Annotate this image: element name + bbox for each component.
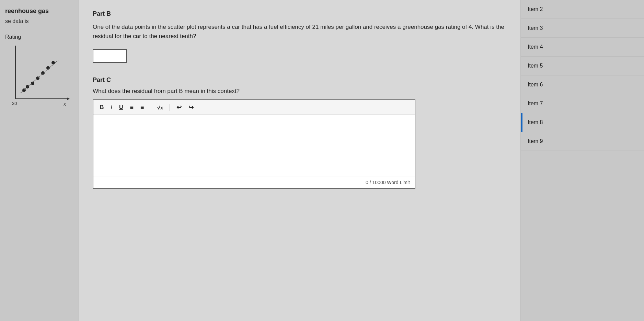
editor-text-area[interactable] [93, 115, 415, 177]
svg-point-9 [51, 61, 55, 64]
scatter-plot: Rating x 30 [5, 34, 73, 112]
underline-button[interactable]: U [117, 104, 125, 111]
sidebar-item-2[interactable]: Item 2 [521, 0, 644, 19]
svg-point-6 [36, 76, 39, 80]
panel-title-line1: reenhouse gas [5, 7, 73, 15]
sidebar-item-3[interactable]: Item 3 [521, 19, 644, 38]
part-b-answer-input[interactable] [93, 49, 127, 63]
editor-footer: 0 / 10000 Word Limit [93, 177, 415, 188]
bold-button[interactable]: B [98, 104, 106, 111]
rating-label: Rating [5, 34, 73, 40]
sidebar-item-8[interactable]: Item 8 [521, 113, 644, 132]
scatter-svg: x 30 [5, 42, 70, 111]
editor-toolbar: B I U ≡ ≡ √x ↩ ↪ [93, 100, 415, 115]
sqrt-button[interactable]: √x [156, 104, 165, 111]
undo-button[interactable]: ↩ [175, 103, 183, 112]
part-c-label: Part C [93, 76, 507, 84]
main-content: Part B One of the data points in the sca… [79, 0, 520, 321]
redo-button[interactable]: ↪ [187, 103, 195, 112]
panel-title-line2: se data is [5, 18, 73, 24]
italic-button[interactable]: I [109, 104, 114, 111]
toolbar-separator [151, 104, 151, 111]
svg-text:x: x [64, 101, 66, 107]
sidebar-item-4[interactable]: Item 4 [521, 38, 644, 57]
rich-text-editor: B I U ≡ ≡ √x ↩ ↪ 0 / 10000 Word Limit [93, 99, 415, 189]
word-limit-text: 0 / 10000 Word Limit [366, 180, 410, 185]
sidebar-item-5[interactable]: Item 5 [521, 57, 644, 75]
svg-marker-2 [67, 97, 70, 100]
part-b-question: One of the data points in the scatter pl… [93, 22, 507, 41]
svg-point-7 [41, 71, 45, 75]
svg-text:30: 30 [12, 101, 17, 106]
part-b-section: Part B One of the data points in the sca… [93, 10, 507, 76]
indent-decrease-button[interactable]: ≡ [139, 103, 146, 112]
toolbar-separator-2 [170, 104, 170, 111]
svg-line-10 [21, 60, 58, 93]
part-c-section: Part C What does the residual from part … [93, 76, 507, 189]
sidebar-item-7[interactable]: Item 7 [521, 94, 644, 113]
sidebar-item-6[interactable]: Item 6 [521, 75, 644, 94]
part-c-question: What does the residual from part B mean … [93, 88, 507, 95]
right-sidebar: Item 2 Item 3 Item 4 Item 5 Item 6 Item … [520, 0, 644, 321]
sidebar-item-9[interactable]: Item 9 [521, 132, 644, 151]
indent-increase-button[interactable]: ≡ [128, 103, 136, 112]
part-b-label: Part B [93, 10, 507, 17]
left-panel: reenhouse gas se data is Rating x 30 [0, 0, 79, 321]
